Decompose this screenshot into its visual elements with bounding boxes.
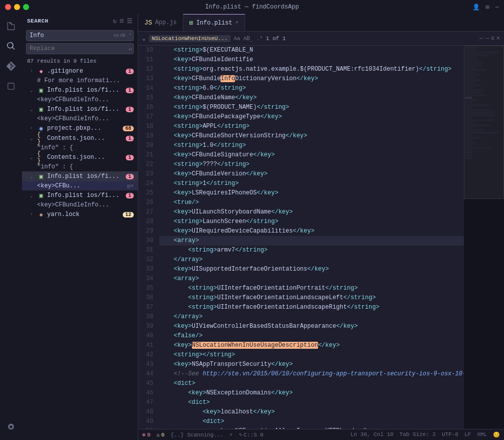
tab-infoplist[interactable]: ⊞ Info.plist × [183, 14, 245, 31]
code-line-27: <key>UILaunchStoryboardName</key> [159, 207, 464, 217]
chevron-down-icon4: ⌄ [30, 155, 36, 160]
minimize-button[interactable] [14, 4, 20, 10]
menu-icon[interactable]: ☰ [127, 17, 133, 25]
sidebar-header: SEARCH ↻ ⊟ ☰ [22, 14, 138, 28]
activity-git-icon[interactable] [3, 58, 19, 74]
contents1-label: Contents.json... [47, 135, 126, 142]
error-count: 0 [147, 432, 151, 438]
tree-item-contents1[interactable]: ⌄ { } Contents.json... 1 [22, 133, 138, 143]
cursor-position[interactable]: Ln 30, Col 10 [351, 431, 394, 438]
more-actions-icon[interactable]: ⋯ [495, 4, 499, 11]
tab-appjs[interactable]: JS App.js [138, 14, 183, 31]
chevron-down-icon5: ⌄ [30, 174, 36, 179]
activity-extensions-icon[interactable] [3, 78, 19, 94]
code-line-24: <string>1</string> [159, 179, 464, 188]
highlight-word-icon[interactable]: AB̲ [243, 35, 254, 42]
next-match-icon[interactable]: → [485, 35, 488, 42]
json-file-icon2: { } [37, 153, 45, 161]
refresh-icon[interactable]: ↻ [113, 17, 117, 25]
code-line-33: <key>UISupportedInterfaceOrientations</k… [159, 265, 464, 274]
chevron-down-icon3: ⌄ [30, 136, 36, 141]
split-editor-icon[interactable]: ⊞ [486, 4, 489, 11]
close-button[interactable] [5, 4, 11, 10]
prev-match-icon[interactable]: ← [479, 35, 483, 42]
editor-area: JS App.js ⊞ Info.plist × ⌄ NSLocationWhe… [138, 14, 504, 440]
tab-size[interactable]: Tab Size: 2 [399, 431, 436, 438]
code-editor: 1011121314151617181920212223242526272829… [138, 46, 504, 429]
git-icon: ✎ [239, 431, 242, 438]
tree-item-yarnlock[interactable]: › ◈ yarn.lock 12 [22, 209, 138, 219]
infoplist-tab-icon: ⊞ [189, 19, 193, 27]
highlight-regex-icon[interactable]: .* [257, 36, 263, 42]
code-line-41: <key>NSLocationWhenInUseUsageDescription… [159, 341, 464, 350]
code-line-11: <key>CFBundleIdentifie [159, 55, 464, 65]
activity-explorer-icon[interactable] [3, 18, 19, 34]
status-git[interactable]: ✎ C::S 0 [239, 431, 264, 438]
chevron-down-icon6: ⌄ [30, 193, 36, 198]
status-lightning[interactable]: ⚡ [229, 431, 233, 438]
line-ending[interactable]: LF [464, 431, 471, 438]
list-matches-icon[interactable]: ≡ [491, 35, 494, 42]
close-result-icon[interactable]: × [130, 183, 134, 189]
code-line-35: <string>UIInterfaceOrientationPortrait</… [159, 284, 464, 293]
warning-count: 0 [161, 432, 165, 438]
tab-close-icon[interactable]: × [235, 20, 238, 26]
tree-item-infoplist3-result[interactable]: <key>CFBu... ⊟ × [22, 181, 138, 190]
tree-item-contents2[interactable]: ⌄ { } Contents.json... 1 [22, 152, 138, 162]
code-line-48: <key>localhost</key> [159, 407, 464, 417]
tree-item-infoplist4-result[interactable]: <key>CFBundleInfo... [22, 200, 138, 209]
encoding[interactable]: UTF-8 [442, 431, 458, 438]
tree-item-infoplist4[interactable]: ⌄ ▣ Info.plist ios/fi... 1 [22, 190, 138, 200]
replace-input[interactable] [26, 43, 134, 54]
status-warnings[interactable]: ⚠ 0 [156, 431, 164, 438]
smiley-icon[interactable]: 😊 [493, 431, 500, 438]
search-section-label: SEARCH [27, 18, 109, 24]
activity-settings-icon[interactable] [3, 420, 19, 436]
status-right: Ln 30, Col 10 Tab Size: 2 UTF-8 LF XML 😊 [351, 431, 500, 438]
chevron-right-icon3: › [30, 212, 36, 217]
chevron-down-icon2: ⌄ [30, 107, 36, 112]
window-controls [5, 4, 29, 10]
close-search-icon[interactable]: × [496, 35, 500, 42]
close-icon[interactable]: ⊟ [127, 183, 131, 189]
minimap-content [464, 46, 504, 160]
tree-item-infoplist2[interactable]: ⌄ ▣ Info.plist ios/fi... 1 [22, 104, 138, 114]
yarnlock-label: yarn.lock [47, 211, 123, 218]
json-file-icon: { } [37, 134, 45, 142]
minimap[interactable] [464, 46, 504, 429]
maximize-button[interactable] [23, 4, 29, 10]
tree-item-contents2-result[interactable]: "info" : { [22, 162, 138, 171]
tree-item-infoplist1-result[interactable]: <key>CFBundleInfo... [22, 95, 138, 104]
window-title: Info.plist — findCoordsApp [205, 4, 299, 11]
git-status: C::S 0 [243, 432, 264, 438]
tree-item-gitignore-result[interactable]: # For more informati... [22, 76, 138, 85]
tree-item-infoplist2-result[interactable]: <key>CFBundleInfo... [22, 114, 138, 123]
tree-item-infoplist1[interactable]: ⌄ ▣ Info.plist ios/fi... 1 [22, 85, 138, 95]
main-layout: SEARCH ↻ ⊟ ☰ Aa AB .* ↵ [0, 14, 504, 440]
tree-item-infoplist3[interactable]: ⌄ ▣ Info.plist ios/fi... 1 [22, 171, 138, 181]
code-line-45: <dict> [159, 379, 464, 388]
case-sensitive-icon[interactable]: Aa [114, 33, 119, 38]
highlight-term: NSLocationWhenInUseU... [149, 35, 231, 42]
person-icon[interactable]: 👤 [472, 4, 480, 11]
activity-search-icon[interactable] [3, 38, 19, 54]
infoplist-tab-label: Info.plist [196, 20, 232, 27]
whole-word-icon[interactable]: AB [120, 33, 125, 38]
regex-icon[interactable]: .* [126, 33, 132, 38]
hl-nav-icons: ← → ≡ × [479, 35, 500, 42]
contents2-result-label: "info" : { [37, 163, 134, 170]
code-line-26: <true/> [159, 198, 464, 207]
yarnlock-badge: 12 [123, 212, 134, 217]
collapse-icon[interactable]: ⊟ [120, 17, 124, 25]
code-line-17: <key>CFBundlePackageType</key> [159, 112, 464, 122]
status-errors[interactable]: ⊗ 0 [142, 431, 150, 438]
highlight-case-icon[interactable]: Aa [233, 36, 240, 42]
gitignore-label: .gitignore [47, 68, 126, 75]
replace-action-icon[interactable]: ↵ [129, 46, 132, 52]
language-mode[interactable]: XML [477, 431, 487, 438]
code-content[interactable]: <string>$(EXECUTABLE_N <key>CFBundleIden… [157, 46, 464, 429]
contents2-label: Contents.json... [47, 154, 126, 161]
infoplist2-result-label: <key>CFBundleInfo... [37, 115, 134, 122]
tree-item-gitignore[interactable]: › ◆ .gitignore 1 [22, 66, 138, 76]
code-line-36: <string>UIInterfaceOrientationLandscapeL… [159, 293, 464, 303]
